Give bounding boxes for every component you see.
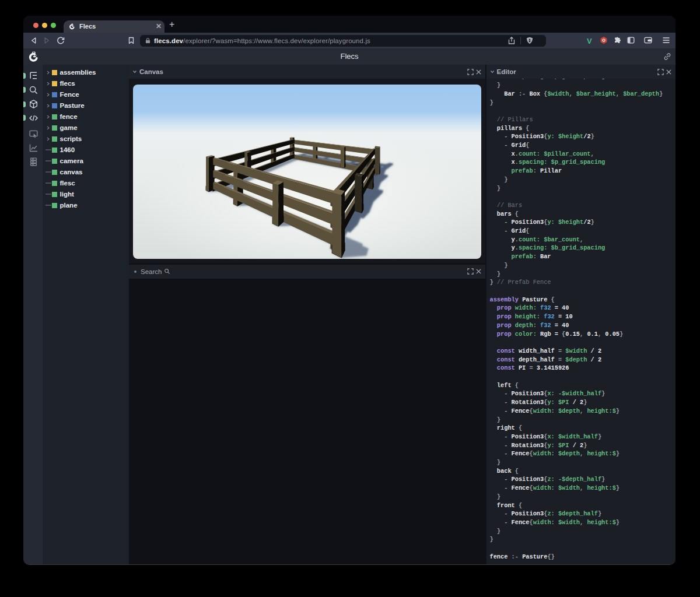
svg-text:V: V xyxy=(587,37,592,44)
